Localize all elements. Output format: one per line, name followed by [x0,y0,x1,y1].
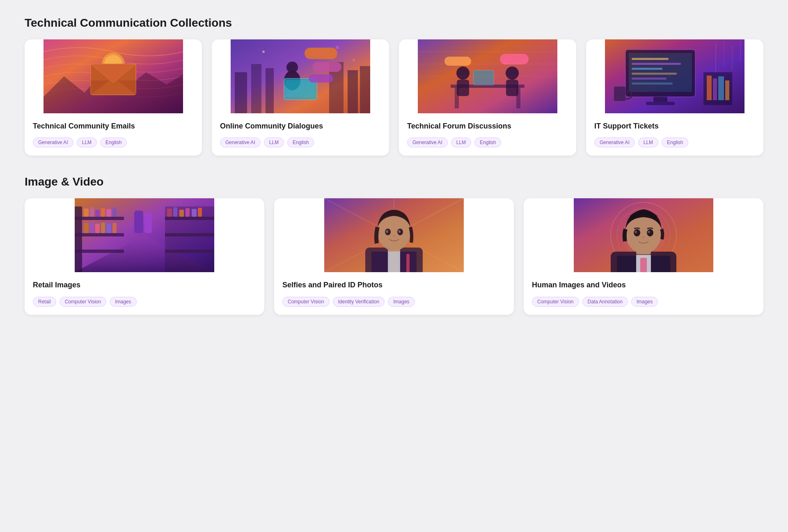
svg-rect-17 [286,80,315,97]
svg-point-123 [648,231,650,233]
card-visual [274,198,514,272]
tag[interactable]: English [662,138,688,147]
card-tags: Generative AILLMEnglish [33,138,194,147]
svg-rect-66 [84,209,89,217]
card-human-images-videos[interactable]: Human Images and VideosComputer VisionDa… [524,198,763,314]
svg-rect-47 [632,83,673,85]
svg-rect-68 [95,210,100,217]
svg-rect-13 [360,66,370,113]
svg-rect-82 [167,209,172,217]
tag[interactable]: LLM [451,138,471,147]
card-it-support-tickets[interactable]: IT Support TicketsGenerative AILLMEnglis… [586,39,763,156]
svg-point-121 [647,229,653,236]
svg-point-21 [262,50,265,53]
tag[interactable]: Images [631,297,658,307]
svg-rect-75 [101,222,105,233]
svg-rect-18 [305,48,337,59]
card-visual [586,39,763,113]
svg-rect-32 [473,70,494,85]
card-visual [524,198,763,272]
card-tags: Generative AILLMEnglish [407,138,568,147]
tag[interactable]: Computer Vision [532,297,579,307]
svg-rect-78 [165,206,214,272]
card-visual [25,39,202,113]
card-tags: Computer VisionData AnnotationImages [532,297,755,307]
card-title: Human Images and Videos [532,280,755,290]
svg-rect-42 [632,58,669,60]
svg-rect-33 [500,54,529,64]
svg-point-23 [353,59,355,61]
tag[interactable]: Generative AI [33,138,73,147]
card-title: Online Community Dialogues [220,122,381,131]
tag[interactable]: English [474,138,501,147]
svg-rect-43 [632,63,681,65]
svg-rect-80 [165,233,214,236]
tag[interactable]: Data Annotation [582,297,628,307]
tag[interactable]: Generative AI [407,138,448,147]
card-selfies-paired-id[interactable]: Selfies and Paired ID PhotosComputer Vis… [274,198,514,314]
svg-rect-83 [173,207,177,217]
card-tags: Computer VisionIdentity VerificationImag… [282,297,506,307]
svg-rect-67 [90,207,94,217]
svg-rect-8 [235,72,247,113]
tag[interactable]: LLM [638,138,658,147]
section-image-video: Image & Video [25,175,763,314]
tag[interactable]: Generative AI [220,138,261,147]
svg-rect-29 [457,80,469,96]
svg-rect-65 [75,250,124,253]
svg-rect-54 [725,80,729,100]
card-title: Selfies and Paired ID Photos [282,280,506,290]
section-title: Technical Communication Collections [25,16,763,30]
svg-rect-84 [179,210,184,217]
svg-rect-63 [75,217,124,220]
card-visual [25,198,264,272]
tag[interactable]: Identity Verification [333,297,385,307]
card-body: Technical Community EmailsGenerative AIL… [25,113,202,156]
card-body: Online Community DialoguesGenerative AIL… [212,113,389,156]
tag[interactable]: Computer Vision [60,297,107,307]
svg-rect-99 [388,251,400,272]
card-title: Technical Community Emails [33,122,194,131]
cards-grid: Technical Community EmailsGenerative AIL… [25,39,763,156]
tag[interactable]: English [287,138,314,147]
section-technical-communication: Technical Communication Collections [25,16,763,156]
tag[interactable]: Images [110,297,136,307]
svg-point-28 [456,66,470,80]
card-retail-images[interactable]: Retail ImagesRetailComputer VisionImages [25,198,264,314]
svg-point-120 [634,229,640,236]
svg-point-105 [386,230,388,233]
tag[interactable]: Computer Vision [282,297,330,307]
svg-rect-100 [406,254,410,272]
svg-rect-48 [653,97,667,102]
card-body: Human Images and VideosComputer VisionDa… [524,272,763,314]
card-title: Retail Images [33,280,256,290]
card-technical-community-emails[interactable]: Technical Community EmailsGenerative AIL… [25,39,202,156]
tag[interactable]: Images [388,297,415,307]
card-title: IT Support Tickets [594,122,755,131]
svg-point-30 [506,66,519,80]
svg-rect-87 [198,208,202,217]
svg-point-15 [286,62,298,73]
tag[interactable]: Retail [33,297,56,307]
card-technical-forum-discussions[interactable]: Technical Forum DiscussionsGenerative AI… [399,39,576,156]
svg-rect-46 [632,78,667,80]
card-online-community-dialogues[interactable]: Online Community DialoguesGenerative AIL… [212,39,389,156]
svg-rect-71 [112,208,117,217]
tag[interactable]: English [100,138,127,147]
card-tags: RetailComputer VisionImages [33,297,256,307]
card-tags: Generative AILLMEnglish [220,138,381,147]
tag[interactable]: LLM [264,138,284,147]
svg-rect-88 [134,211,143,233]
svg-rect-64 [75,233,124,236]
svg-rect-70 [106,209,111,217]
app-container: Technical Communication Collections [25,16,763,315]
svg-rect-89 [144,213,152,233]
svg-point-106 [398,230,401,233]
cards-grid: Retail ImagesRetailComputer VisionImages [25,198,763,314]
tag[interactable]: LLM [77,138,97,147]
tag[interactable]: Generative AI [594,138,635,147]
svg-rect-49 [646,102,675,105]
card-body: Selfies and Paired ID PhotosComputer Vis… [274,272,514,314]
svg-rect-114 [617,256,637,272]
svg-rect-97 [371,252,390,272]
